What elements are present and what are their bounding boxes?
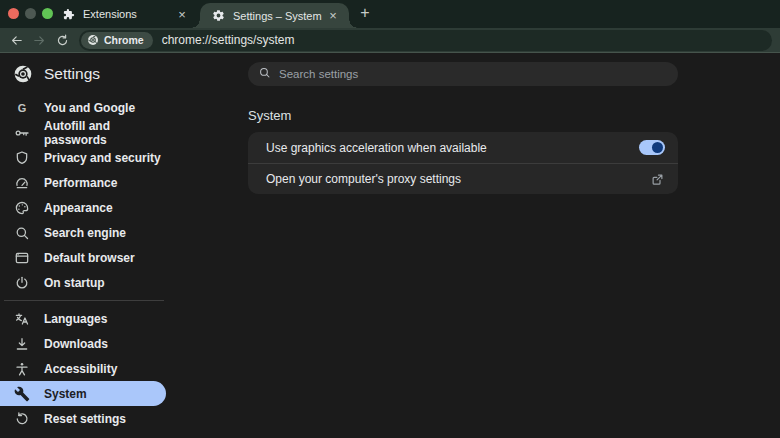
tab-label: Extensions [83, 8, 174, 20]
sidebar-item-default-browser[interactable]: Default browser [0, 245, 166, 270]
sidebar-item-appearance[interactable]: Appearance [0, 195, 166, 220]
url-text: chrome://settings/system [162, 33, 295, 47]
sidebar-item-downloads[interactable]: Downloads [0, 331, 166, 356]
sidebar-item-autofill-and-passwords[interactable]: Autofill and passwords [0, 120, 166, 145]
sidebar-item-label: Accessibility [44, 362, 117, 376]
puzzle-icon [62, 8, 75, 21]
close-icon[interactable]: × [325, 8, 341, 24]
main-content: System Use graphics acceleration when av… [236, 53, 780, 437]
sidebar-item-accessibility[interactable]: Accessibility [0, 356, 166, 381]
chrome-chip[interactable]: Chrome [81, 32, 153, 49]
toolbar: Chrome chrome://settings/system [0, 28, 780, 53]
settings-brand: Settings [0, 53, 236, 95]
google-g-icon: G [14, 100, 30, 116]
sidebar-item-system[interactable]: System [0, 381, 166, 406]
search-icon [258, 65, 271, 83]
new-tab-button[interactable]: + [356, 5, 374, 23]
sidebar-item-label: Search engine [44, 226, 126, 240]
gear-icon [212, 9, 225, 22]
sidebar-item-label: Languages [44, 312, 107, 326]
sidebar-item-label: On startup [44, 276, 105, 290]
sidebar-item-label: Appearance [44, 201, 113, 215]
sidebar-item-you-and-google[interactable]: GYou and Google [0, 95, 166, 120]
accessibility-icon [14, 361, 30, 377]
search-icon [14, 225, 30, 241]
chrome-logo-icon [87, 34, 99, 46]
chrome-logo-icon [13, 64, 33, 84]
forward-icon[interactable] [29, 30, 49, 50]
back-icon[interactable] [6, 30, 26, 50]
sidebar-item-reset-settings[interactable]: Reset settings [0, 406, 166, 431]
translate-icon [14, 311, 30, 327]
tab-settings-system[interactable]: Settings – System × [200, 3, 349, 28]
wrench-icon [14, 386, 30, 402]
graphics-acceleration-toggle[interactable] [639, 140, 665, 155]
sidebar-item-label: Default browser [44, 251, 135, 265]
tab-extensions[interactable]: Extensions × [52, 0, 198, 28]
system-settings-card: Use graphics acceleration when available… [248, 132, 678, 194]
sidebar-item-label: Reset settings [44, 412, 126, 426]
sidebar-item-label: Autofill and passwords [44, 119, 166, 147]
close-icon[interactable]: × [174, 6, 190, 22]
minimize-window-button[interactable] [25, 8, 36, 19]
search-input[interactable] [279, 68, 668, 80]
settings-page: Settings GYou and GoogleAutofill and pas… [0, 53, 780, 437]
browser-window-icon [14, 250, 30, 266]
sidebar-nav: GYou and GoogleAutofill and passwordsPri… [0, 95, 236, 431]
address-bar[interactable]: Chrome chrome://settings/system [79, 30, 772, 51]
reload-icon[interactable] [52, 30, 72, 50]
svg-text:G: G [18, 101, 27, 113]
toggle-thumb [652, 142, 663, 153]
key-icon [14, 125, 30, 141]
shield-icon [14, 150, 30, 166]
reset-icon [14, 411, 30, 427]
speedometer-icon [14, 175, 30, 191]
proxy-settings-row[interactable]: Open your computer's proxy settings [248, 163, 678, 194]
tab-strip: Extensions × Settings – System × + [0, 0, 780, 28]
sidebar-item-label: Downloads [44, 337, 108, 351]
sidebar-item-search-engine[interactable]: Search engine [0, 220, 166, 245]
traffic-lights [8, 8, 53, 19]
page-title: Settings [44, 65, 100, 83]
sidebar-item-privacy-and-security[interactable]: Privacy and security [0, 145, 166, 170]
download-icon [14, 336, 30, 352]
sidebar-item-languages[interactable]: Languages [0, 306, 166, 331]
sidebar-item-label: System [44, 387, 87, 401]
chip-label: Chrome [104, 34, 144, 46]
browser-window: Extensions × Settings – System × + Chrom… [0, 0, 780, 438]
row-label: Open your computer's proxy settings [266, 172, 650, 186]
sidebar-item-on-startup[interactable]: On startup [0, 270, 166, 295]
sidebar: Settings GYou and GoogleAutofill and pas… [0, 53, 236, 437]
graphics-acceleration-row: Use graphics acceleration when available [248, 132, 678, 163]
external-link-icon[interactable] [650, 172, 665, 187]
power-icon [14, 275, 30, 291]
palette-icon [14, 200, 30, 216]
tab-label: Settings – System [233, 10, 325, 22]
settings-search[interactable] [248, 62, 678, 86]
sidebar-item-label: You and Google [44, 101, 135, 115]
sidebar-item-label: Performance [44, 176, 117, 190]
close-window-button[interactable] [8, 8, 19, 19]
sidebar-item-performance[interactable]: Performance [0, 170, 166, 195]
row-label: Use graphics acceleration when available [266, 141, 639, 155]
sidebar-divider [4, 300, 164, 301]
sidebar-item-label: Privacy and security [44, 151, 161, 165]
section-title: System [248, 108, 780, 123]
